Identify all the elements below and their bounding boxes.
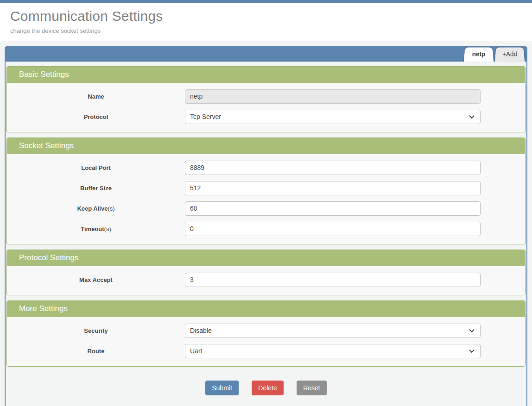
form-row-buffer-size: Buffer Size xyxy=(7,178,525,198)
section-more-settings-title: More Settings xyxy=(7,301,525,317)
security-label: Security xyxy=(7,327,185,334)
tab-netp-label: netp xyxy=(472,50,486,57)
route-select[interactable]: Uart xyxy=(185,344,481,358)
tab-add-label: +Add xyxy=(502,50,517,57)
form-row-security: Security Disable xyxy=(7,320,525,341)
security-select[interactable]: Disable xyxy=(185,324,481,338)
page-header: Communication Settings change the device… xyxy=(0,3,532,41)
tab-add[interactable]: +Add xyxy=(495,47,525,62)
form-row-timeout: Timeout(s) xyxy=(7,219,525,239)
section-basic-settings: Basic Settings Name Protocol Tcp Server xyxy=(6,66,526,132)
local-port-label: Local Port xyxy=(7,164,185,171)
form-row-max-accept: Max Accept xyxy=(7,269,525,290)
section-socket-settings: Socket Settings Local Port Buffer Size K… xyxy=(6,137,526,244)
buffer-size-label: Buffer Size xyxy=(7,185,185,192)
section-protocol-settings-title: Protocol Settings xyxy=(7,250,525,266)
max-accept-label: Max Accept xyxy=(7,276,185,283)
protocol-select[interactable]: Tcp Server xyxy=(185,110,481,124)
section-more-settings: More Settings Security Disable Route xyxy=(6,300,526,367)
page-subtitle: change the device socket settings xyxy=(10,27,522,34)
settings-panel: netp +Add Basic Settings Name Protocol xyxy=(5,46,527,406)
keep-alive-input[interactable] xyxy=(185,201,481,216)
name-label: Name xyxy=(7,93,185,100)
form-row-keep-alive: Keep Alive(s) xyxy=(7,198,525,219)
local-port-input[interactable] xyxy=(185,161,481,175)
section-socket-settings-title: Socket Settings xyxy=(7,138,525,154)
section-basic-settings-title: Basic Settings xyxy=(7,67,525,83)
tabs-holder: netp +Add xyxy=(462,46,525,62)
form-row-name: Name xyxy=(7,86,525,106)
reset-button[interactable]: Reset xyxy=(297,381,327,395)
buffer-size-input[interactable] xyxy=(185,181,481,195)
form-row-local-port: Local Port xyxy=(7,157,525,178)
page-title: Communication Settings xyxy=(10,8,522,24)
route-label: Route xyxy=(7,348,185,355)
max-accept-input[interactable] xyxy=(185,273,481,287)
form-row-protocol: Protocol Tcp Server xyxy=(7,106,525,127)
timeout-label: Timeout(s) xyxy=(7,225,185,232)
name-input[interactable] xyxy=(185,89,481,104)
tab-netp[interactable]: netp xyxy=(464,47,494,62)
protocol-label: Protocol xyxy=(7,113,185,120)
delete-button[interactable]: Delete xyxy=(252,381,283,395)
section-protocol-settings: Protocol Settings Max Accept xyxy=(6,250,526,295)
form-row-route: Route Uart xyxy=(7,341,525,361)
timeout-input[interactable] xyxy=(185,222,481,236)
submit-button[interactable]: Submit xyxy=(205,381,239,395)
keep-alive-label: Keep Alive(s) xyxy=(7,205,185,212)
action-buttons: Submit Delete Reset xyxy=(6,381,526,395)
top-accent-bar xyxy=(0,0,532,3)
settings-content: Basic Settings Name Protocol Tcp Server xyxy=(5,62,527,406)
tab-bar: netp +Add xyxy=(5,46,527,62)
